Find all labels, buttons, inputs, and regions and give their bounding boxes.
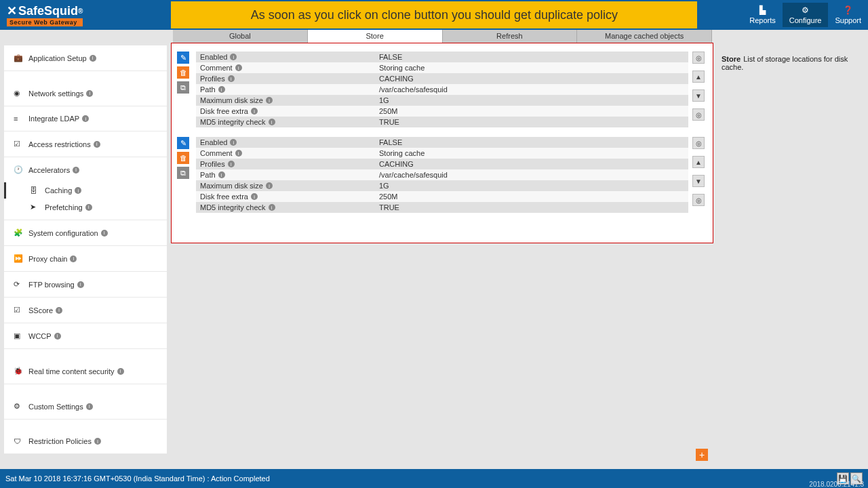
footer: Sat Mar 10 2018 16:37:16 GMT+0530 (India… bbox=[0, 469, 868, 488]
arrow-icon: ➤ bbox=[30, 203, 39, 211]
sidebar-item-prefetching[interactable]: ➤Prefetchingi bbox=[4, 199, 167, 220]
edit-button[interactable]: ✎ bbox=[177, 137, 189, 149]
policy-block: ✎ 🗑 ⧉ Enabled iFALSE Comment iStoring ca… bbox=[177, 137, 707, 213]
target-button[interactable]: ◎ bbox=[692, 52, 705, 64]
sidebar: 💼Application Setupi ◉Network settingsi ≡… bbox=[4, 45, 167, 454]
globe-icon: ◉ bbox=[14, 89, 23, 98]
chart-icon: ▙ bbox=[749, 5, 776, 15]
main: StoreList of storage locations for disk … bbox=[171, 43, 868, 457]
sidebar-item-ftp[interactable]: ⟳FTP browsingi bbox=[4, 272, 167, 298]
tab-manage[interactable]: Manage cached objects bbox=[577, 30, 712, 43]
check-icon: ☑ bbox=[14, 306, 23, 314]
sidebar-item-wccp[interactable]: ▣WCCPi bbox=[4, 323, 167, 349]
db-icon: 🗄 bbox=[30, 186, 39, 195]
sidebar-item-realtime[interactable]: 🐞Real time content securityi bbox=[4, 359, 167, 384]
sidebar-item-sscore[interactable]: ☑SScorei bbox=[4, 298, 167, 323]
tab-global[interactable]: Global bbox=[173, 30, 308, 43]
header: ✕SafeSquid® Secure Web Gateway As soon a… bbox=[0, 0, 868, 30]
configure-button[interactable]: ⚙Configure bbox=[783, 3, 829, 27]
sidebar-item-access[interactable]: ☑Access restrictionsi bbox=[4, 131, 167, 157]
clone-button[interactable]: ⧉ bbox=[177, 81, 189, 94]
up-button[interactable]: ▲ bbox=[692, 156, 705, 168]
banner: As soon as you click on clone button you… bbox=[171, 1, 697, 28]
info-icon: i bbox=[73, 167, 79, 174]
sidebar-item-network[interactable]: ◉Network settingsi bbox=[4, 81, 167, 106]
edit-button[interactable]: ✎ bbox=[177, 52, 189, 64]
clone-button[interactable]: ⧉ bbox=[177, 167, 189, 179]
info-icon: i bbox=[94, 141, 100, 148]
forward-icon: ⏩ bbox=[14, 254, 23, 263]
info-icon: i bbox=[90, 55, 96, 62]
info-icon: i bbox=[94, 438, 101, 445]
sidebar-item-sysconf[interactable]: 🧩System configurationi bbox=[4, 220, 167, 246]
gears-icon: ⚙ bbox=[789, 5, 822, 15]
square-icon: ▣ bbox=[14, 331, 23, 340]
info-icon: i bbox=[117, 368, 124, 375]
sidebar-item-accelerators[interactable]: 🕐Acceleratorsi bbox=[4, 157, 167, 182]
delete-button[interactable]: 🗑 bbox=[177, 152, 189, 164]
support-button[interactable]: ❓Support bbox=[828, 3, 868, 27]
sidebar-item-ldap[interactable]: ≡Integrate LDAPi bbox=[4, 106, 167, 131]
help-text: StoreList of storage locations for disk … bbox=[722, 55, 868, 71]
target-button[interactable]: ◎ bbox=[692, 108, 705, 121]
logo-text: SafeSquid bbox=[18, 4, 78, 18]
sliders-icon: ⚙ bbox=[14, 402, 23, 411]
info-icon: i bbox=[56, 307, 62, 314]
gauge-icon: 🕐 bbox=[14, 165, 23, 174]
sidebar-item-app-setup[interactable]: 💼Application Setupi bbox=[4, 45, 167, 71]
logo-reg: ® bbox=[78, 7, 83, 15]
info-icon: i bbox=[75, 187, 81, 194]
target-button[interactable]: ◎ bbox=[692, 137, 705, 149]
shield-icon: 🛡 bbox=[14, 437, 23, 445]
puzzle-icon: 🧩 bbox=[14, 228, 23, 237]
logo-subtitle: Secure Web Gateway bbox=[7, 18, 83, 26]
bug-icon: 🐞 bbox=[14, 367, 23, 375]
help-icon: ❓ bbox=[835, 5, 861, 15]
sidebar-item-restrict[interactable]: 🛡Restriction Policiesi bbox=[4, 429, 167, 454]
info-icon: i bbox=[86, 90, 93, 97]
info-icon: i bbox=[77, 281, 84, 288]
down-button[interactable]: ▼ bbox=[692, 175, 705, 187]
delete-button[interactable]: 🗑 bbox=[177, 66, 189, 79]
policy-block: ✎ 🗑 ⧉ Enabled iFALSE Comment iStoring ca… bbox=[177, 52, 707, 127]
down-button[interactable]: ▼ bbox=[692, 89, 705, 102]
tab-store[interactable]: Store bbox=[308, 30, 443, 43]
reports-button[interactable]: ▙Reports bbox=[743, 3, 783, 27]
info-icon: i bbox=[70, 256, 77, 262]
version-label: 2018.0206.2141.3 bbox=[809, 481, 864, 488]
info-icon: i bbox=[54, 333, 61, 340]
sidebar-item-custom[interactable]: ⚙Custom Settingsi bbox=[4, 394, 167, 420]
info-icon: i bbox=[82, 115, 89, 122]
target-button[interactable]: ◎ bbox=[692, 194, 705, 206]
add-button[interactable]: + bbox=[696, 449, 708, 461]
info-icon: i bbox=[86, 403, 93, 410]
info-icon: i bbox=[101, 230, 108, 237]
tab-refresh[interactable]: Refresh bbox=[443, 30, 578, 43]
list-icon: ≡ bbox=[14, 115, 23, 123]
policy-container: ✎ 🗑 ⧉ Enabled iFALSE Comment iStoring ca… bbox=[171, 43, 713, 243]
status-text: Sat Mar 10 2018 16:37:16 GMT+0530 (India… bbox=[5, 474, 270, 483]
info-icon: i bbox=[85, 204, 92, 211]
tabs: Global Store Refresh Manage cached objec… bbox=[173, 30, 712, 43]
briefcase-icon: 💼 bbox=[14, 54, 23, 62]
logo-x-icon: ✕ bbox=[7, 3, 17, 18]
sidebar-item-proxy[interactable]: ⏩Proxy chaini bbox=[4, 246, 167, 272]
refresh-icon: ⟳ bbox=[14, 280, 23, 289]
check-icon: ☑ bbox=[14, 140, 23, 148]
up-button[interactable]: ▲ bbox=[692, 70, 705, 83]
logo: ✕SafeSquid® Secure Web Gateway bbox=[0, 2, 90, 28]
sidebar-item-caching[interactable]: 🗄Cachingi bbox=[4, 182, 167, 199]
banner-text: As soon as you click on clone button you… bbox=[251, 8, 618, 22]
